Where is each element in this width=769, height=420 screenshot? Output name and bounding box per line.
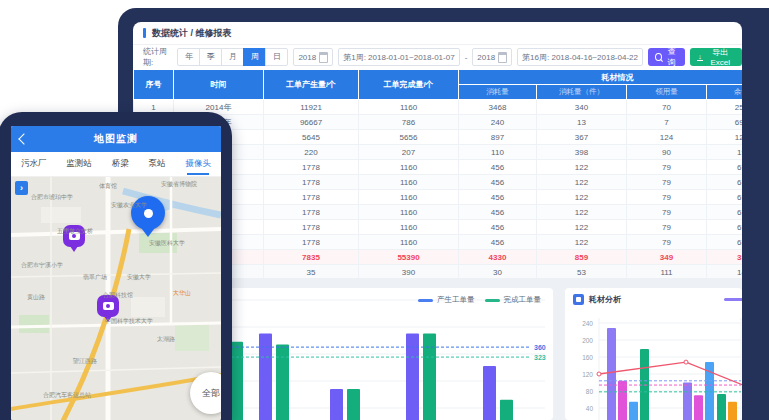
table-cell: 79 (627, 160, 707, 175)
map-place-label: 安徽大学 (127, 273, 151, 282)
table-cell: 240 (459, 115, 537, 130)
table-cell: 122 (537, 220, 627, 235)
table-cell: 1778 (264, 160, 359, 175)
period-button-季[interactable]: 季 (199, 48, 222, 66)
period-button-年[interactable]: 年 (177, 48, 200, 66)
range-separator: - (465, 53, 468, 62)
table-cell: 13 (537, 115, 627, 130)
map-place-label: 大华山 (173, 289, 191, 298)
sub-column-header: 余量 (707, 85, 743, 100)
breadcrumb: 数据统计 / 维修报表 (152, 27, 232, 40)
map-place-label: 黄山路 (27, 293, 45, 302)
table-cell: 5645 (264, 130, 359, 145)
table-cell: 79 (627, 205, 707, 220)
table-cell: 1160 (359, 100, 459, 115)
table-cell: 1778 (264, 220, 359, 235)
year-end-select[interactable]: 2018 (472, 48, 512, 66)
table-cell: 79 (627, 175, 707, 190)
legend-line-cut (724, 298, 742, 301)
table-cell: 67 (707, 220, 743, 235)
table-cell: 398 (537, 145, 627, 160)
table-cell: 67 (707, 160, 743, 175)
table-cell: 456 (459, 235, 537, 250)
filter-label: 统计周期: (143, 46, 172, 68)
sub-column-header: 消耗量 (459, 85, 537, 100)
table-cell: 897 (459, 130, 537, 145)
table-cell: 79 (627, 220, 707, 235)
export-excel-button[interactable]: ↓ 导出Excel (690, 48, 742, 66)
table-cell: 70 (627, 100, 707, 115)
table-cell: 67 (707, 175, 743, 190)
table-cell: 129 (707, 130, 743, 145)
table-header: 序号时间工单产生量/个工单完成量/个耗材情况消耗量消耗量（件）领用量余量 (134, 70, 743, 100)
query-button[interactable]: 查询 (648, 48, 685, 66)
column-header: 时间 (174, 70, 264, 100)
table-cell: 90 (627, 145, 707, 160)
period-button-月[interactable]: 月 (221, 48, 244, 66)
table-cell: 1778 (264, 175, 359, 190)
table-cell: 5656 (359, 130, 459, 145)
table-cell: 340 (537, 100, 627, 115)
phone-frame: 地图监测 污水厂监测站桥梁泵站摄像头 (0, 112, 232, 420)
year-start-select[interactable]: 2018 (293, 48, 333, 66)
table-cell: 67 (707, 190, 743, 205)
search-icon (655, 53, 662, 61)
table-cell: 33 (707, 250, 743, 265)
phone-tab-监测站[interactable]: 监测站 (66, 153, 92, 175)
back-chevron-icon[interactable] (18, 133, 29, 144)
table-cell: 3468 (459, 100, 537, 115)
table-row: 12014年119211160346834070250 (134, 100, 743, 115)
map-place-label: 合肥汽车客运总站 (43, 391, 91, 400)
phone-tab-摄像头[interactable]: 摄像头 (186, 153, 212, 175)
table-cell: 456 (459, 220, 537, 235)
table-cell: 690 (707, 115, 743, 130)
sub-column-header: 领用量 (627, 85, 707, 100)
table-cell: 122 (537, 235, 627, 250)
table-cell: 7 (627, 115, 707, 130)
map-place-label: 五里墩立交桥 (57, 227, 93, 236)
phone-page-title: 地图监测 (94, 132, 138, 146)
week-range-start-input[interactable]: 第1周: 2018-01-01~2018-01-07 (338, 48, 459, 66)
phone-tab-桥梁[interactable]: 桥梁 (112, 153, 129, 175)
report-title-bar: 数据统计 / 维修报表 (133, 22, 742, 45)
phone-tab-泵站[interactable]: 泵站 (149, 153, 166, 175)
legend-label: 完成工单量 (504, 295, 542, 305)
svg-text:80: 80 (586, 388, 594, 395)
table-cell: 96667 (264, 115, 359, 130)
map-place-label: 合肥科技馆 (103, 291, 133, 300)
table-cell: 79 (627, 235, 707, 250)
chart-legend: 产生工单量完成工单量 (418, 295, 541, 305)
table-cell: 122 (537, 190, 627, 205)
map-place-label: 中国科学技术大学 (105, 317, 153, 326)
calendar-icon (319, 52, 328, 63)
map-expander-button[interactable]: › (15, 181, 28, 195)
table-cell: 124 (627, 130, 707, 145)
table-cell: 67 (707, 205, 743, 220)
table-cell: 4330 (459, 250, 537, 265)
map-place-label: 安徽省博物院 (161, 180, 197, 189)
table-cell: 19 (707, 145, 743, 160)
svg-text:240: 240 (582, 320, 593, 327)
table-cell: 122 (537, 160, 627, 175)
table-cell: 1778 (264, 205, 359, 220)
column-header: 工单产生量/个 (264, 70, 359, 100)
phone-tab-污水厂[interactable]: 污水厂 (21, 153, 47, 175)
table-cell: 1160 (359, 175, 459, 190)
consumable-chart-panel: 耗材分析 2402001601208040 (565, 288, 742, 420)
phone-screen: 地图监测 污水厂监测站桥梁泵站摄像头 (11, 126, 221, 420)
filter-bar: 统计周期: 年季月周日 2018 第1周: 2018-01-01~2018-01… (133, 45, 742, 69)
map-place-label: 望江西路 (73, 357, 97, 366)
phone-header: 地图监测 (11, 126, 221, 152)
map-place-label: 体育馆 (99, 182, 117, 191)
map-place-label: 合肥市宁溪小学 (21, 261, 63, 270)
map-canvas[interactable]: › 全部 体育馆安徽省博物院合肥市琥珀中学安徽农业大学五里墩立交桥安徽医科大学合… (11, 177, 221, 420)
table-cell: 220 (264, 145, 359, 160)
week-range-end-input[interactable]: 第16周: 2018-04-16~2018-04-22 (517, 48, 643, 66)
group-column-header: 耗材情况 (459, 70, 743, 85)
legend-label: 产生工单量 (437, 295, 475, 305)
table-cell: 456 (459, 160, 537, 175)
period-button-周[interactable]: 周 (243, 48, 266, 66)
consumable-chart-title: 耗材分析 (589, 294, 621, 305)
table-cell: 67 (707, 235, 743, 250)
period-button-日[interactable]: 日 (265, 48, 288, 66)
